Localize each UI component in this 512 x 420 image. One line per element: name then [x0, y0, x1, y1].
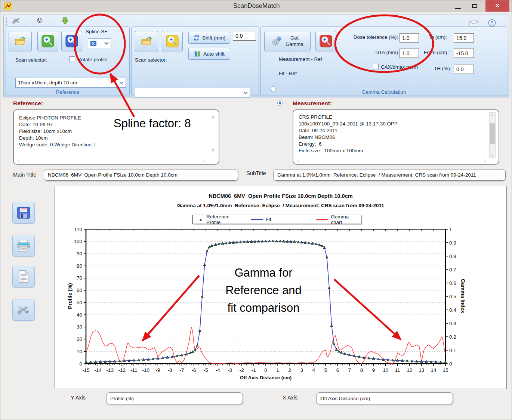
download-arrow-icon[interactable] — [59, 16, 71, 25]
magnifier-plus-green-icon — [41, 35, 54, 47]
svg-text:6: 6 — [336, 367, 339, 373]
window-title: ScanDoseMatch — [0, 2, 512, 10]
rotate-profile-label: Rotate profile — [77, 57, 107, 62]
scrollbar-thumb[interactable] — [490, 123, 495, 144]
reference-group-caption: Reference — [6, 89, 129, 95]
shift-value-input[interactable] — [233, 31, 256, 41]
scroll-down-icon[interactable]: ∨ — [491, 153, 494, 158]
x-axis-title: Off Axis Distance (cm) — [191, 375, 340, 380]
svg-text:5: 5 — [324, 367, 327, 373]
zoom-measurement-button[interactable] — [162, 31, 183, 51]
svg-text:70: 70 — [77, 275, 82, 281]
x-axis-input[interactable] — [316, 392, 453, 404]
zoom-reference-green-button[interactable] — [37, 31, 58, 51]
get-gamma-button[interactable]: GetGamma — [264, 31, 311, 51]
save-icon — [17, 206, 30, 219]
to-input[interactable] — [454, 33, 474, 43]
svg-text:100: 100 — [74, 239, 82, 244]
y-axis-field-label: Y Axis — [71, 395, 86, 401]
measurement-line: Energy: 6 — [299, 141, 499, 147]
zoom-gamma-button[interactable] — [315, 31, 336, 51]
rotate-profile-checkbox[interactable] — [70, 56, 75, 62]
minimize-icon[interactable] — [455, 8, 461, 9]
reference-scan-value: 10cm x10cm, depth 10 cm — [18, 80, 77, 85]
auto-shift-label: Auto shift — [203, 51, 224, 57]
svg-text:-15: -15 — [82, 367, 90, 373]
reference-scan-combo[interactable]: 10cm x10cm, depth 10 cm — [15, 78, 126, 88]
refresh-icon — [193, 35, 200, 41]
scroll-up-icon[interactable]: ∧ — [211, 114, 215, 120]
svg-text:-5: -5 — [204, 367, 208, 373]
svg-text:20: 20 — [77, 336, 82, 342]
report-button[interactable] — [12, 266, 35, 287]
svg-text:?: ? — [490, 21, 493, 26]
svg-text:-10: -10 — [142, 367, 150, 373]
cax-dmax-checkbox[interactable] — [373, 64, 379, 69]
measurement-line: 100x100Y100_09-24-2011 @ 13.17.30.OPP — [299, 121, 499, 127]
main-title-input[interactable] — [44, 169, 238, 181]
title-bar: ScanDoseMatch × — [0, 0, 512, 12]
left-axis-title: Profile (%) — [67, 274, 73, 318]
open-folder-icon — [141, 36, 152, 46]
save-button[interactable] — [12, 202, 35, 224]
dta-input[interactable] — [400, 49, 419, 58]
main-title-label: Main Title — [13, 172, 36, 178]
spline-annotation-text: Spline factor: 8 — [114, 117, 191, 130]
open-folder-icon — [14, 36, 26, 46]
svg-text:0.9: 0.9 — [449, 240, 456, 246]
svg-text:3: 3 — [300, 367, 303, 373]
help-icon[interactable]: ? — [486, 18, 497, 27]
svg-text:-7: -7 — [180, 367, 184, 373]
scroll-right-icon[interactable]: › — [484, 157, 486, 163]
fit-ref-radio[interactable] — [277, 100, 283, 106]
scroll-down-icon[interactable]: ∨ — [211, 147, 215, 153]
from-input[interactable] — [454, 49, 474, 58]
open-reference-button[interactable] — [9, 31, 32, 51]
spline-sf-label: Spline SF: — [86, 29, 109, 34]
open-measurement-button[interactable] — [135, 31, 158, 51]
to-label: To (cm): — [429, 34, 447, 40]
maximize-icon[interactable] — [472, 4, 477, 8]
scroll-left-icon[interactable]: ‹ — [18, 157, 19, 163]
dose-tolerance-input[interactable] — [400, 33, 419, 43]
copyright-icon[interactable]: © — [34, 16, 45, 25]
spline-sf-combo[interactable]: 8 — [88, 38, 111, 48]
subtitle-input[interactable] — [273, 169, 506, 181]
scroll-left-icon[interactable]: ‹ — [297, 157, 299, 163]
svg-text:0: 0 — [264, 367, 267, 373]
svg-text:60: 60 — [77, 287, 82, 293]
scroll-up-icon[interactable]: ∧ — [491, 112, 494, 118]
y-axis-input[interactable] — [106, 392, 243, 404]
reference-scan-selector-label: Scan selector: — [15, 57, 47, 63]
auto-shift-button[interactable]: Auto shift — [188, 48, 230, 60]
th-input[interactable] — [454, 65, 474, 74]
svg-text:0.5: 0.5 — [449, 294, 456, 299]
dose-tolerance-label: Dose tolerance (%): — [343, 34, 398, 40]
gamma-group-caption: Gamma Calculation — [261, 89, 507, 95]
settings-button[interactable] — [12, 299, 35, 321]
svg-text:110: 110 — [74, 227, 82, 232]
shift-button[interactable]: Shift (mm) — [188, 32, 230, 44]
zoom-reference-blue-button[interactable] — [61, 31, 82, 51]
measurement-scan-selector-label: Scan selector: — [135, 57, 167, 63]
scroll-right-icon[interactable]: › — [203, 157, 204, 163]
measurement-info-box[interactable]: CRS PROFILE 100x100Y100_09-24-2011 @ 13.… — [293, 109, 499, 165]
measurement-scan-combo[interactable] — [135, 88, 250, 98]
shift-button-label: Shift (mm) — [202, 35, 225, 41]
reference-line: Wedge code: 0 Wedge Direction: L — [19, 141, 219, 148]
measurement-ref-radio[interactable] — [271, 86, 276, 91]
tools-icon[interactable] — [11, 16, 22, 25]
svg-text:4: 4 — [312, 367, 315, 373]
chart-panel: NBCM06 6MV Open Profile FSize 10.0cm Dep… — [55, 186, 507, 389]
vertical-scrollbar[interactable]: ∧ ∨ — [489, 112, 496, 158]
close-button[interactable]: × — [485, 0, 509, 12]
close-icon: × — [495, 1, 499, 9]
tools-icon — [17, 304, 30, 316]
magnifier-plus-yellow-icon — [166, 35, 179, 47]
magnifier-plus-red-icon — [320, 35, 332, 47]
measurement-ref-label: Measurement - Ref — [279, 56, 322, 62]
print-button[interactable] — [12, 235, 35, 256]
svg-text:1: 1 — [276, 367, 279, 373]
svg-text:14: 14 — [431, 367, 437, 373]
svg-text:-1: -1 — [252, 367, 256, 373]
